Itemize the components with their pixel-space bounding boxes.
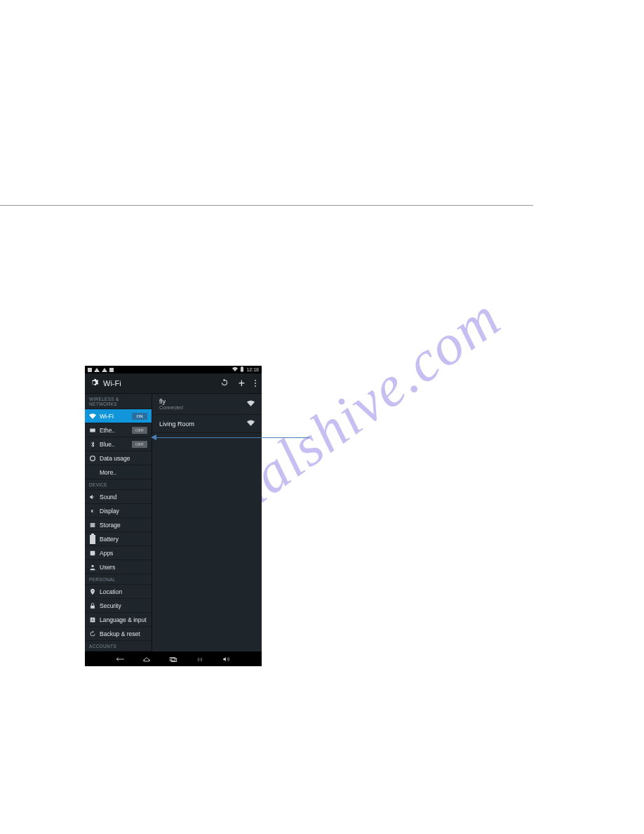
language-icon: A (89, 616, 96, 623)
sidebar-item-security[interactable]: Security (85, 599, 152, 613)
sidebar-item-data-usage[interactable]: Data usage (85, 451, 152, 465)
svg-text:[○]: [○] (198, 657, 203, 661)
svg-rect-2 (90, 428, 95, 432)
wifi-icon (89, 413, 96, 420)
svg-rect-0 (241, 367, 243, 372)
network-item[interactable]: Living Room (152, 415, 262, 433)
sidebar-item-users[interactable]: Users (85, 560, 152, 574)
blank-icon (89, 469, 96, 476)
notif-icon (109, 368, 114, 372)
sidebar-item-more[interactable]: More.. (85, 465, 152, 479)
warning-icon (94, 368, 100, 372)
wifi-toggle[interactable]: ON (132, 413, 147, 420)
arrow-annotation (151, 435, 309, 440)
display-icon (89, 508, 96, 515)
bluetooth-toggle[interactable]: OFF (132, 441, 147, 448)
header: Wi-Fi + (85, 373, 262, 394)
clock: 12:18 (246, 367, 259, 372)
section-wireless: WIRELESS & NETWORKS (85, 394, 152, 409)
sidebar-item-battery[interactable]: Battery (85, 532, 152, 546)
notif-icon (88, 368, 92, 372)
network-item[interactable]: fly Connected (152, 394, 262, 415)
bluetooth-icon (89, 441, 96, 448)
data-usage-icon (89, 455, 96, 462)
sound-icon (89, 494, 96, 501)
security-label: Security (100, 602, 147, 609)
warning-icon (102, 368, 107, 372)
ethernet-icon (89, 427, 96, 434)
recent-button[interactable] (168, 656, 178, 663)
refresh-icon[interactable] (220, 378, 229, 388)
bluetooth-label: Blue.. (100, 441, 128, 448)
sidebar-item-sound[interactable]: Sound (85, 490, 152, 504)
network-status: Connected (159, 405, 183, 410)
ethernet-label: Ethe.. (100, 427, 128, 434)
sidebar-item-backup[interactable]: Backup & reset (85, 627, 152, 641)
sidebar-item-language[interactable]: A Language & input (85, 613, 152, 627)
horizontal-rule (0, 205, 533, 206)
svg-rect-18 (172, 658, 177, 661)
svg-rect-17 (170, 657, 175, 661)
data-usage-label: Data usage (100, 455, 147, 462)
battery-icon (240, 366, 244, 373)
svg-rect-7 (90, 526, 95, 527)
sidebar-item-display[interactable]: Display (85, 504, 152, 518)
screenshot-button[interactable]: [○] (195, 656, 205, 663)
location-icon (89, 588, 96, 595)
battery-label: Battery (100, 536, 147, 543)
language-label: Language & input (100, 616, 147, 623)
sidebar-item-apps[interactable]: Apps (85, 546, 152, 560)
wifi-signal-icon (247, 419, 255, 428)
section-accounts: ACCOUNTS (85, 641, 152, 651)
battery-icon (89, 536, 96, 543)
ethernet-toggle[interactable]: OFF (132, 427, 147, 434)
svg-rect-12 (90, 605, 95, 608)
location-label: Location (100, 588, 147, 595)
sidebar-item-location[interactable]: Location (85, 585, 152, 599)
svg-rect-6 (90, 524, 95, 526)
add-network-icon[interactable]: + (239, 378, 245, 389)
section-device: DEVICE (85, 479, 152, 490)
sidebar-item-bluetooth[interactable]: Blue.. OFF (85, 437, 152, 451)
svg-rect-1 (241, 366, 243, 367)
arrow-line (156, 437, 309, 438)
lock-icon (89, 602, 96, 609)
svg-rect-5 (90, 523, 95, 524)
svg-rect-9 (91, 534, 94, 535)
section-personal: PERSONAL (85, 574, 152, 585)
apps-icon (89, 550, 96, 557)
svg-rect-10 (90, 550, 95, 555)
overflow-menu-icon[interactable] (255, 380, 256, 387)
network-list: fly Connected Living Room (152, 394, 262, 651)
storage-icon (89, 522, 96, 529)
backup-icon (89, 630, 96, 637)
sound-label: Sound (100, 494, 147, 501)
sidebar-item-storage[interactable]: Storage (85, 518, 152, 532)
status-right: 12:18 (232, 366, 259, 373)
back-button[interactable] (115, 656, 125, 663)
sidebar-item-ethernet[interactable]: Ethe.. OFF (85, 423, 152, 437)
storage-label: Storage (100, 522, 147, 529)
device-screenshot: 12:18 Wi-Fi + WIRELESS & NETWORKS Wi-Fi … (85, 366, 262, 666)
users-icon (89, 564, 96, 571)
wifi-signal-icon (247, 399, 255, 409)
more-label: More.. (100, 469, 147, 476)
display-label: Display (100, 508, 147, 515)
backup-label: Backup & reset (100, 630, 147, 637)
status-left (88, 368, 114, 372)
status-bar: 12:18 (85, 366, 262, 373)
svg-rect-8 (90, 535, 95, 544)
arrow-head-icon (151, 435, 156, 440)
navigation-bar: [○] (85, 651, 262, 666)
sidebar-item-wifi[interactable]: Wi-Fi ON (85, 409, 152, 423)
volume-button[interactable] (222, 656, 232, 663)
settings-gear-icon (89, 378, 99, 389)
users-label: Users (100, 564, 147, 571)
wifi-status-icon (232, 366, 238, 373)
settings-sidebar: WIRELESS & NETWORKS Wi-Fi ON Ethe.. OFF … (85, 394, 152, 651)
home-button[interactable] (142, 656, 152, 663)
wifi-label: Wi-Fi (100, 413, 128, 420)
apps-label: Apps (100, 550, 147, 557)
network-name: fly (159, 398, 183, 405)
svg-point-3 (90, 456, 95, 461)
